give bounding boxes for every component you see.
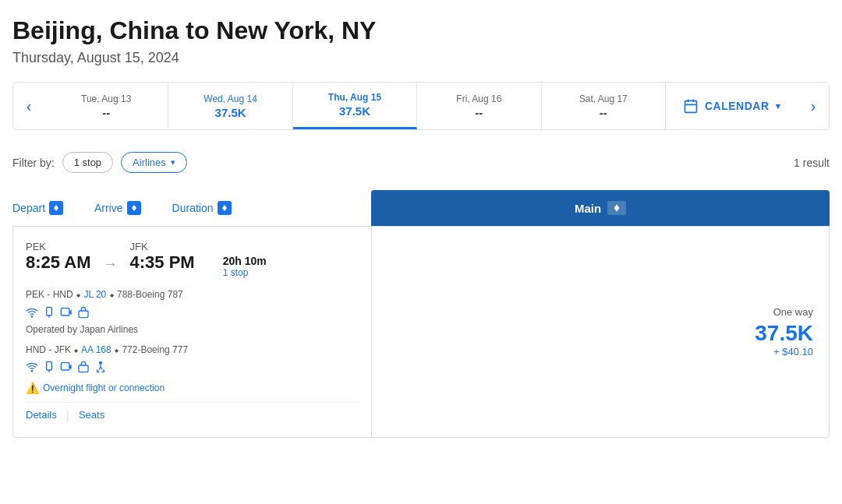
operated-by: Operated by Japan Airlines <box>26 324 359 335</box>
segment2-amenities <box>26 361 359 375</box>
segment2-details: HND - JFK ⬥ AA 168 ⬥ 772-Boeing 777 <box>26 343 359 358</box>
date-bar: ‹ Tue, Aug 13 -- Wed, Aug 14 37.5K Thu, … <box>12 82 830 130</box>
day-label: Wed, Aug 14 <box>203 93 257 104</box>
flight-result: PEK 8:25 AM → JFK 4:35 PM 20h 10m 1 stop… <box>12 226 830 437</box>
wifi-icon-s1 <box>26 306 38 321</box>
bag-icon-s2 <box>77 361 90 375</box>
filter-left: Filter by: 1 stop Airlines ▾ <box>12 152 187 173</box>
result-count: 1 result <box>794 157 830 169</box>
arrive-time: 4:35 PM <box>130 252 195 273</box>
segment2-route: HND - JFK <box>26 344 71 355</box>
price-label: 37.5K <box>339 104 370 118</box>
price-label: -- <box>102 106 110 119</box>
segment1-airline: JL 20 <box>83 289 106 300</box>
svg-rect-13 <box>61 362 69 369</box>
depart-sort-btn[interactable]: Depart <box>12 201 63 215</box>
bag-icon-s1 <box>77 306 90 321</box>
calendar-btn-wrap[interactable]: CALENDAR ▾ <box>665 83 798 129</box>
arrive-sort-icon <box>127 201 141 215</box>
segment1-route: PEK - HND <box>26 289 73 300</box>
date-item-tue-aug-13[interactable]: Tue, Aug 13 -- <box>44 83 168 129</box>
price-label: -- <box>600 106 607 119</box>
svg-rect-9 <box>79 311 88 318</box>
power-icon-s2 <box>43 361 55 375</box>
arrive-sort-btn[interactable]: Arrive <box>94 201 141 215</box>
flight-info-row: PEK 8:25 AM → JFK 4:35 PM 20h 10m 1 stop <box>26 241 359 278</box>
segment1-dot1: ⬥ <box>76 289 83 300</box>
arrive-label: Arrive <box>94 202 123 214</box>
day-label: Tue, Aug 13 <box>81 93 131 104</box>
price-main: 37.5K <box>755 321 813 346</box>
stops-label: 1 stop <box>223 267 267 278</box>
overnight-label[interactable]: Overnight flight or connection <box>43 382 165 393</box>
airlines-filter-dropdown[interactable]: Airlines ▾ <box>121 152 187 173</box>
date-item-sat-aug-17[interactable]: Sat, Aug 17 -- <box>542 83 665 129</box>
depart-time: 8:25 AM <box>26 252 91 273</box>
svg-point-10 <box>31 370 32 371</box>
segment2-aircraft: 772-Boeing 777 <box>122 344 188 355</box>
accessibility-icon-s2 <box>94 361 107 375</box>
calendar-icon <box>683 98 699 114</box>
filter-bar: Filter by: 1 stop Airlines ▾ 1 result <box>12 144 830 181</box>
calendar-btn-label: CALENDAR <box>705 100 769 112</box>
col-left-headers: Depart Arrive Duration <box>12 193 371 223</box>
svg-rect-11 <box>47 361 52 370</box>
video-icon-s2 <box>60 361 73 375</box>
route-title: Beijing, China to New York, NY <box>12 16 830 45</box>
calendar-button[interactable]: CALENDAR ▾ <box>683 98 780 114</box>
segment1-amenities <box>26 306 359 321</box>
actions-divider: | <box>66 409 79 423</box>
duration-label: Duration <box>172 202 214 214</box>
flight-left: PEK 8:25 AM → JFK 4:35 PM 20h 10m 1 stop… <box>13 227 372 436</box>
wifi-icon-s2 <box>26 361 38 375</box>
price-label: 37.5K <box>215 106 246 119</box>
segment1-details: PEK - HND ⬥ JL 20 ⬥ 788-Boeing 787 <box>26 287 359 302</box>
svg-rect-7 <box>61 308 69 315</box>
overnight-warning[interactable]: ⚠️ Overnight flight or connection <box>26 382 359 394</box>
prev-date-nav[interactable]: ‹ <box>13 83 44 129</box>
date-item-thu-aug-15[interactable]: Thu, Aug 15 37.5K <box>293 83 417 129</box>
price-extra: + $40.10 <box>773 346 813 358</box>
duration-sort-icon <box>218 201 232 215</box>
day-label: Fri, Aug 16 <box>456 93 501 104</box>
main-sort-icon <box>607 201 626 215</box>
warning-icon: ⚠️ <box>26 382 39 394</box>
col-right-header: Main <box>371 190 830 226</box>
columns-header: Depart Arrive Duration Main <box>12 190 830 226</box>
depart-label: Depart <box>12 202 45 214</box>
date-items: Tue, Aug 13 -- Wed, Aug 14 37.5K Thu, Au… <box>44 83 665 129</box>
route-date: Thursday, August 15, 2024 <box>12 50 830 66</box>
segment2-dot2: ⬥ <box>114 344 122 355</box>
duration-sort-btn[interactable]: Duration <box>172 201 232 215</box>
segment2-airline: AA 168 <box>81 344 111 355</box>
power-icon-s1 <box>43 306 55 321</box>
date-item-fri-aug-16[interactable]: Fri, Aug 16 -- <box>417 83 541 129</box>
video-icon-s1 <box>60 306 73 321</box>
day-label: Thu, Aug 15 <box>328 92 381 103</box>
date-item-wed-aug-14[interactable]: Wed, Aug 14 37.5K <box>168 83 292 129</box>
price-type-label: One way <box>773 306 813 318</box>
segment1-dot2: ⬥ <box>109 289 117 300</box>
duration-time: 20h 10m <box>223 255 267 267</box>
svg-rect-5 <box>47 307 52 315</box>
flight-right: One way 37.5K + $40.10 <box>372 227 829 436</box>
stop-filter-tag[interactable]: 1 stop <box>62 152 113 173</box>
depart-sort-icon <box>49 201 63 215</box>
airlines-chevron-icon: ▾ <box>171 157 175 167</box>
svg-rect-0 <box>685 101 696 113</box>
filter-label: Filter by: <box>12 157 55 169</box>
arrive-airport-code: JFK <box>130 241 195 252</box>
calendar-chevron-icon: ▾ <box>776 101 781 111</box>
main-label: Main <box>575 202 601 215</box>
next-date-nav[interactable]: › <box>798 83 829 129</box>
details-link[interactable]: Details <box>26 409 66 423</box>
svg-rect-15 <box>79 365 88 372</box>
seats-link[interactable]: Seats <box>79 409 114 423</box>
flight-actions: Details | Seats <box>26 402 359 423</box>
svg-point-4 <box>31 315 32 316</box>
svg-point-16 <box>100 361 102 364</box>
depart-block: PEK 8:25 AM <box>26 241 91 273</box>
day-label: Sat, Aug 17 <box>579 93 628 104</box>
duration-block: 20h 10m 1 stop <box>223 241 267 278</box>
main-sort-btn[interactable]: Main <box>371 190 830 226</box>
